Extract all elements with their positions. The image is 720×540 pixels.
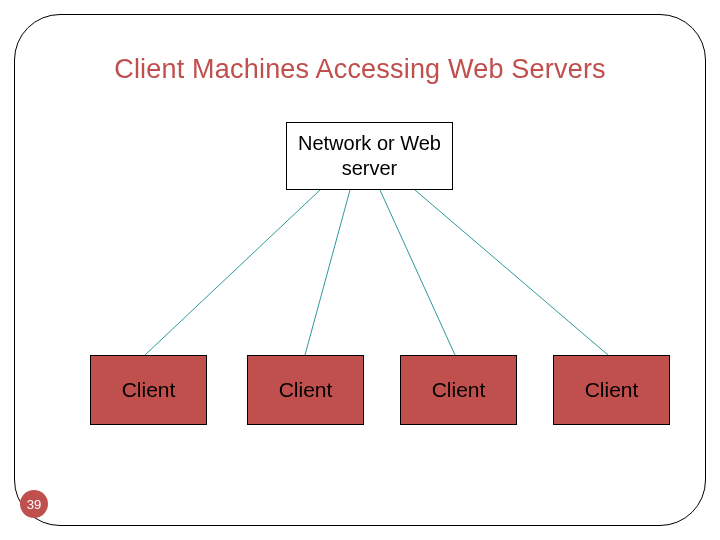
client-label: Client — [122, 378, 176, 402]
page-number-badge: 39 — [20, 490, 48, 518]
client-node: Client — [553, 355, 670, 425]
client-node: Client — [247, 355, 364, 425]
client-node: Client — [400, 355, 517, 425]
page-number: 39 — [27, 497, 41, 512]
client-label: Client — [585, 378, 639, 402]
client-label: Client — [279, 378, 333, 402]
client-node: Client — [90, 355, 207, 425]
client-label: Client — [432, 378, 486, 402]
server-label: Network or Web server — [298, 131, 441, 181]
slide-title: Client Machines Accessing Web Servers — [0, 54, 720, 85]
slide-frame — [14, 14, 706, 526]
server-node: Network or Web server — [286, 122, 453, 190]
